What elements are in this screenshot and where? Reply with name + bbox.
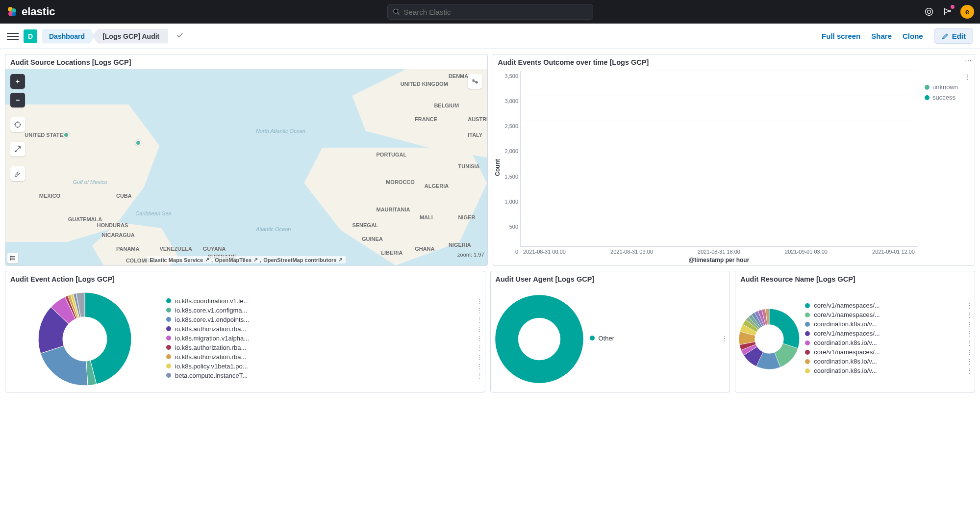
- panel-title: Audit Event Action [Logs GCP]: [5, 271, 485, 286]
- clone-button[interactable]: Clone: [903, 32, 923, 40]
- legend-toggle-icon[interactable]: [7, 253, 18, 263]
- panel-ua-pie: Audit User Agent [Logs GCP] Other⋮: [490, 271, 730, 392]
- newsfeed-icon[interactable]: [942, 6, 954, 18]
- legend-item[interactable]: io.k8s.authorization.rba...⋮: [166, 325, 483, 333]
- panel-resource-pie: Audit Resource Name [Logs GCP] core/v1/n…: [735, 271, 975, 392]
- pencil-icon: [941, 32, 949, 40]
- search-icon: [393, 8, 400, 16]
- user-avatar[interactable]: e: [960, 5, 974, 19]
- legend-item[interactable]: coordination.k8s.io/v...⋮: [805, 367, 973, 374]
- zoom-level: zoom: 1.97: [457, 252, 484, 258]
- zoom-in-button[interactable]: +: [10, 74, 25, 89]
- legend-item[interactable]: io.k8s.coordination.v1.le...⋮: [166, 297, 483, 305]
- panel-map: Audit Source Locations [Logs GCP] UNITED…: [5, 54, 488, 266]
- legend-item[interactable]: success: [925, 94, 971, 101]
- legend-item[interactable]: coordination.k8s.io/v...⋮: [805, 320, 973, 328]
- donut-slice[interactable]: [769, 309, 800, 348]
- global-search-input[interactable]: [404, 8, 588, 16]
- legend-item[interactable]: io.k8s.core.v1.configma...⋮: [166, 307, 483, 314]
- legend-item[interactable]: beta.compute.instanceT...⋮: [166, 372, 483, 379]
- legend-item[interactable]: core/v1/namespaces/...⋮: [805, 311, 973, 318]
- y-axis-title: Count: [493, 159, 502, 176]
- legend-item-options-icon[interactable]: ⋮: [966, 302, 973, 309]
- chart-plot[interactable]: [520, 71, 918, 247]
- legend-item-options-icon[interactable]: ⋮: [966, 348, 973, 356]
- panel-options-icon[interactable]: ⋯: [964, 56, 973, 65]
- legend-item[interactable]: io.k8s.authorization.rba...⋮: [166, 353, 483, 361]
- breadcrumb-root[interactable]: Dashboard: [42, 29, 95, 44]
- legend-item-options-icon[interactable]: ⋮: [477, 372, 483, 379]
- legend-item-options-icon[interactable]: ⋮: [477, 297, 483, 305]
- x-axis: 2021-08-31 00:002021-08-31 09:002021-08-…: [520, 247, 918, 255]
- chart-legend: core/v1/namespaces/...⋮core/v1/namespace…: [803, 299, 975, 379]
- donut-slice[interactable]: [41, 346, 88, 386]
- expand-button[interactable]: [10, 142, 25, 157]
- svg-point-17: [10, 256, 11, 257]
- legend-item-options-icon[interactable]: ⋮: [966, 339, 973, 346]
- edit-button[interactable]: Edit: [934, 28, 973, 44]
- nav-toggle-icon[interactable]: [7, 31, 19, 42]
- zoom-out-button[interactable]: −: [10, 93, 25, 107]
- legend-item-options-icon[interactable]: ⋮: [966, 358, 973, 365]
- legend-item-options-icon[interactable]: ⋮: [477, 344, 483, 351]
- app-badge[interactable]: D: [24, 29, 37, 43]
- breadcrumb-current[interactable]: [Logs GCP] Audit: [93, 29, 168, 44]
- legend-item[interactable]: io.k8s.policy.v1beta1.po...⋮: [166, 363, 483, 370]
- svg-point-4: [393, 9, 398, 13]
- external-link-icon: ↗: [253, 257, 258, 263]
- global-header: elastic e: [0, 0, 980, 24]
- tools-button[interactable]: [10, 166, 25, 181]
- external-link-icon: ↗: [338, 257, 343, 263]
- svg-point-18: [10, 258, 11, 258]
- legend-item[interactable]: core/v1/namespaces/...⋮: [805, 330, 973, 337]
- legend-item-options-icon[interactable]: ⋮: [966, 367, 973, 374]
- legend-item[interactable]: unknown: [925, 83, 971, 91]
- country-label: GUYANA: [203, 246, 226, 252]
- legend-item[interactable]: io.k8s.authorization.rba...⋮: [166, 344, 483, 351]
- legend-item[interactable]: io.k8s.core.v1.endpoints...⋮: [166, 316, 483, 323]
- map-data-point[interactable]: [63, 132, 69, 138]
- external-link-icon: ↗: [205, 257, 209, 263]
- elastic-logo-icon: [6, 6, 18, 18]
- ocean-label: Atlantic Ocean: [256, 226, 291, 232]
- saved-check-icon: [176, 31, 184, 41]
- map-body[interactable]: UNITED STATES MEXICO CUBA GUATEMALA HOND…: [5, 69, 487, 265]
- svg-point-6: [926, 8, 933, 16]
- legend-item[interactable]: io.k8s.migration.v1alpha...⋮: [166, 335, 483, 342]
- legend-item[interactable]: coordination.k8s.io/v...⋮: [805, 358, 973, 365]
- legend-item[interactable]: core/v1/namespaces/...⋮: [805, 348, 973, 356]
- ocean-label: North Atlantic Ocean: [256, 128, 305, 134]
- legend-item-options-icon[interactable]: ⋮: [966, 330, 973, 337]
- legend-item-options-icon[interactable]: ⋮: [477, 307, 483, 314]
- global-search[interactable]: [387, 4, 593, 20]
- donut-chart[interactable]: [737, 307, 801, 371]
- panel-title: Audit Resource Name [Logs GCP]: [735, 271, 975, 286]
- legend-item-options-icon[interactable]: ⋮: [966, 320, 973, 328]
- donut-slice[interactable]: [495, 295, 583, 384]
- legend-item-options-icon[interactable]: ⋮: [966, 311, 973, 318]
- svg-line-5: [397, 13, 399, 15]
- legend-item-options-icon[interactable]: ⋮: [477, 335, 483, 342]
- legend-item-options-icon[interactable]: ⋮: [477, 353, 483, 361]
- legend-item-options-icon[interactable]: ⋮: [477, 316, 483, 323]
- legend-item[interactable]: core/v1/namespaces/...⋮: [805, 302, 973, 309]
- legend-item-options-icon[interactable]: ⋮: [477, 325, 483, 333]
- legend-options-icon[interactable]: ⋮: [964, 73, 971, 80]
- map-attribution: Elastic Maps Service↗, OpenMapTiles↗, Op…: [147, 256, 346, 263]
- donut-chart[interactable]: [493, 292, 586, 386]
- map-surface[interactable]: UNITED STATES MEXICO CUBA GUATEMALA HOND…: [5, 69, 487, 265]
- share-button[interactable]: Share: [871, 32, 892, 40]
- legend-item[interactable]: Other⋮: [590, 335, 728, 342]
- layers-button[interactable]: [468, 74, 482, 89]
- elastic-logo[interactable]: elastic: [6, 5, 55, 18]
- help-icon[interactable]: [923, 6, 935, 18]
- legend-item-options-icon[interactable]: ⋮: [721, 335, 728, 342]
- y-axis: 3,5003,0002,5002,0001,5001,0005000: [502, 71, 521, 263]
- fit-bounds-button[interactable]: [10, 117, 25, 132]
- legend-item[interactable]: coordination.k8s.io/v...⋮: [805, 339, 973, 346]
- panel-title: Audit Events Outcome over time [Logs GCP…: [493, 54, 975, 69]
- fullscreen-button[interactable]: Full screen: [822, 32, 860, 40]
- svg-point-3: [12, 12, 16, 16]
- donut-chart[interactable]: [11, 290, 158, 388]
- legend-item-options-icon[interactable]: ⋮: [477, 363, 483, 370]
